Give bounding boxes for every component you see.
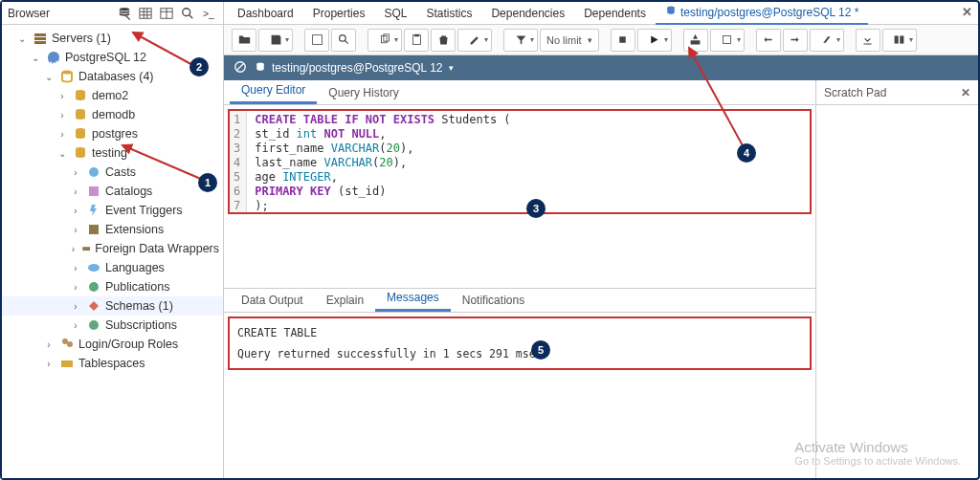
- copy-button[interactable]: [368, 29, 402, 52]
- search-icon[interactable]: [179, 5, 196, 22]
- open-file-button[interactable]: [232, 29, 256, 52]
- execute-button[interactable]: [637, 29, 672, 52]
- tab-query-tool[interactable]: testing/postgres@PostgreSQL 12 *: [656, 1, 869, 25]
- find-button[interactable]: [331, 29, 356, 52]
- tree-db-testing[interactable]: ⌄testing: [2, 143, 223, 163]
- explain-button[interactable]: [683, 29, 708, 52]
- chevron-right-icon[interactable]: ›: [69, 318, 82, 332]
- save-button[interactable]: [258, 29, 293, 52]
- chevron-right-icon[interactable]: ›: [69, 299, 82, 313]
- chevron-right-icon[interactable]: ›: [69, 204, 82, 217]
- tree-db-demo2[interactable]: ›demo2: [2, 86, 223, 105]
- chevron-right-icon[interactable]: ›: [56, 108, 69, 121]
- chevron-right-icon[interactable]: ›: [56, 127, 69, 141]
- elephant-icon: [46, 50, 61, 65]
- chevron-right-icon[interactable]: ›: [42, 338, 56, 351]
- svg-line-9: [189, 14, 193, 18]
- tree-tablespaces[interactable]: ›Tablespaces: [2, 354, 223, 373]
- close-scratch-icon[interactable]: ✕: [961, 86, 970, 99]
- svg-point-26: [62, 338, 68, 344]
- chevron-down-icon[interactable]: ⌄: [42, 70, 56, 83]
- tree-subscriptions[interactable]: ›Subscriptions: [2, 316, 223, 335]
- tree-db-postgres[interactable]: ›postgres: [2, 124, 223, 143]
- tree-publications[interactable]: ›Publications: [2, 277, 223, 296]
- chevron-right-icon[interactable]: ›: [56, 89, 69, 102]
- database-icon: [665, 5, 677, 19]
- query-tool-icon[interactable]: [116, 5, 133, 22]
- paste-button[interactable]: [404, 29, 429, 52]
- tab-notifications[interactable]: Notifications: [451, 289, 536, 312]
- query-toolbar: No limit▾: [224, 25, 978, 55]
- limit-select[interactable]: No limit▾: [540, 29, 599, 52]
- object-tree[interactable]: ⌄Servers (1) ⌄PostgreSQL 12 ⌄Databases (…: [2, 25, 223, 478]
- tab-messages[interactable]: Messages: [375, 286, 451, 312]
- psql-icon[interactable]: >_: [200, 5, 217, 22]
- tab-dependencies[interactable]: Dependencies: [481, 3, 574, 24]
- scratch-pad-panel: Scratch Pad ✕: [815, 80, 978, 478]
- svg-point-8: [183, 8, 190, 15]
- chevron-right-icon[interactable]: ›: [69, 185, 82, 198]
- clear-button[interactable]: [810, 29, 844, 52]
- svg-rect-13: [34, 41, 46, 44]
- database-icon: [73, 126, 88, 142]
- tab-explain[interactable]: Explain: [315, 289, 375, 312]
- commit-button[interactable]: [756, 29, 781, 52]
- chevron-right-icon[interactable]: ›: [69, 165, 82, 179]
- chevron-right-icon[interactable]: ›: [69, 280, 82, 294]
- svg-rect-20: [89, 186, 99, 196]
- tree-fdw[interactable]: ›Foreign Data Wrappers: [2, 239, 223, 258]
- tab-sql[interactable]: SQL: [374, 3, 416, 24]
- edit-button[interactable]: [304, 29, 329, 52]
- tab-query-history[interactable]: Query History: [317, 81, 410, 104]
- tab-query-editor[interactable]: Query Editor: [230, 78, 317, 104]
- tab-statistics[interactable]: Statistics: [416, 3, 481, 24]
- chevron-right-icon[interactable]: ›: [69, 261, 82, 274]
- tree-login-roles[interactable]: ›Login/Group Roles: [2, 335, 223, 354]
- download-button[interactable]: [856, 29, 880, 52]
- output-tabs: Data Output Explain Messages Notificatio…: [224, 288, 815, 313]
- tree-catalogs[interactable]: ›Catalogs: [2, 182, 223, 201]
- chevron-right-icon[interactable]: ›: [42, 357, 56, 370]
- tree-event-triggers[interactable]: ›Event Triggers: [2, 201, 223, 220]
- filter-button[interactable]: [503, 29, 538, 52]
- tree-languages[interactable]: ›Languages: [2, 258, 223, 277]
- filter-rows-icon[interactable]: [158, 5, 175, 22]
- chevron-right-icon[interactable]: ›: [69, 223, 82, 236]
- svg-point-27: [67, 341, 73, 347]
- tab-properties[interactable]: Properties: [303, 3, 375, 24]
- roles-icon: [59, 337, 75, 352]
- sql-code[interactable]: CREATE TABLE IF NOT EXISTS Students ( st…: [247, 111, 810, 212]
- database-group-icon: [59, 69, 75, 84]
- tree-extensions[interactable]: ›Extensions: [2, 220, 223, 239]
- tab-dashboard[interactable]: Dashboard: [228, 3, 303, 24]
- tree-casts[interactable]: ›Casts: [2, 163, 223, 182]
- svg-rect-22: [82, 247, 90, 251]
- tree-servers[interactable]: ⌄Servers (1): [2, 29, 223, 48]
- svg-rect-40: [900, 35, 903, 43]
- database-icon: [73, 107, 88, 122]
- publications-icon: [86, 279, 101, 295]
- tab-dependents[interactable]: Dependents: [574, 3, 656, 24]
- svg-rect-37: [619, 36, 626, 43]
- fdw-icon: [81, 241, 91, 256]
- chevron-down-icon[interactable]: ⌄: [56, 146, 69, 160]
- rollback-button[interactable]: [783, 29, 808, 52]
- connection-status-icon: [234, 60, 247, 76]
- annotation-5: 5: [531, 340, 550, 360]
- connection-selector[interactable]: testing/postgres@PostgreSQL 12 ▾: [255, 61, 454, 76]
- stop-button[interactable]: [611, 29, 635, 52]
- tree-db-demodb[interactable]: ›demodb: [2, 105, 223, 124]
- chevron-down-icon[interactable]: ⌄: [29, 51, 42, 64]
- schemas-icon: [86, 298, 101, 314]
- macros-button[interactable]: [882, 29, 917, 52]
- tree-schemas[interactable]: ›Schemas (1): [2, 296, 223, 316]
- delete-button[interactable]: [431, 29, 456, 52]
- tab-data-output[interactable]: Data Output: [230, 289, 315, 312]
- chevron-down-icon[interactable]: ⌄: [15, 32, 29, 45]
- chevron-right-icon[interactable]: ›: [69, 242, 78, 255]
- explain-analyze-button[interactable]: [710, 29, 745, 52]
- sql-editor[interactable]: 1234567 CREATE TABLE IF NOT EXISTS Stude…: [228, 109, 812, 214]
- close-panel-icon[interactable]: ✕: [962, 5, 972, 19]
- view-data-icon[interactable]: [137, 5, 154, 22]
- edit-grid-button[interactable]: [457, 29, 492, 52]
